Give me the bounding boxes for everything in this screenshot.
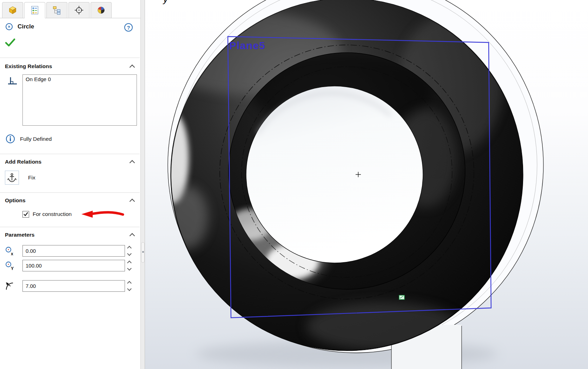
parameters-header[interactable]: Parameters (5, 232, 136, 238)
annotation-arrow-icon (80, 210, 125, 218)
center-y-input[interactable] (22, 260, 125, 271)
add-relations-header[interactable]: Add Relations (5, 159, 136, 165)
display-manager-icon (96, 5, 106, 15)
tab-featuremanager[interactable] (2, 2, 23, 18)
fix-relation-button[interactable] (5, 171, 19, 185)
radius-input[interactable] (22, 280, 125, 292)
spinner-down-icon[interactable] (127, 266, 132, 271)
solidworks-window: Circle ? Existing Relations On Edge 0 (0, 0, 588, 369)
section-divider (0, 154, 140, 154)
collapse-chevron-icon[interactable] (130, 160, 135, 166)
parameters-label: Parameters (5, 232, 34, 238)
checkmark-icon (23, 212, 28, 217)
bore-hole[interactable] (246, 86, 423, 263)
perpendicular-relation-icon (6, 75, 18, 88)
existing-relations-list[interactable]: On Edge 0 (22, 74, 137, 126)
for-construction-label: For construction (33, 211, 72, 217)
fix-button-label: Fix (28, 174, 35, 181)
panel-splitter[interactable] (140, 0, 145, 369)
relation-list-item[interactable]: On Edge 0 (23, 75, 137, 84)
splitter-dot-icon (142, 251, 144, 253)
existing-relations-label: Existing Relations (5, 63, 52, 70)
section-divider (0, 227, 140, 227)
center-x-input[interactable] (22, 245, 125, 257)
spinner-up-icon[interactable] (127, 246, 132, 250)
property-manager-panel: Circle ? Existing Relations On Edge 0 (0, 0, 140, 369)
check-icon (5, 38, 15, 47)
collapse-chevron-icon[interactable] (130, 199, 135, 204)
section-divider (0, 58, 140, 58)
manager-tab-bar (0, 0, 140, 18)
center-y-coordinate-icon: Y (4, 261, 15, 271)
options-label: Options (5, 197, 26, 204)
information-icon (6, 134, 15, 144)
property-manager-icon (30, 5, 40, 15)
add-relations-label: Add Relations (5, 159, 41, 165)
for-construction-checkbox[interactable] (22, 211, 29, 218)
dimxpert-manager-icon (74, 5, 84, 15)
ok-button[interactable] (5, 38, 15, 48)
spinner-up-icon[interactable] (127, 281, 132, 285)
radius-spinner[interactable] (127, 281, 132, 291)
circle-tool-icon (5, 22, 13, 31)
tab-displaymanager[interactable] (91, 2, 112, 18)
center-x-coordinate-icon: x (4, 246, 15, 256)
svg-text:Y: Y (11, 266, 14, 271)
plane-label[interactable]: Plane5 (229, 40, 265, 51)
radius-icon (4, 281, 15, 291)
collapse-chevron-icon[interactable] (130, 233, 135, 239)
tab-propertymanager[interactable] (24, 2, 45, 18)
center-y-spinner[interactable] (127, 261, 132, 271)
tab-dimxpertmanager[interactable] (68, 2, 90, 18)
svg-text:x: x (11, 251, 13, 256)
center-x-spinner[interactable] (127, 246, 132, 256)
collapse-chevron-icon[interactable] (130, 65, 135, 70)
configuration-manager-icon (52, 5, 62, 15)
status-text: Fully Defined (20, 136, 52, 142)
model-view[interactable]: Plane5 y (145, 0, 588, 369)
section-divider (0, 192, 140, 193)
spinner-down-icon[interactable] (127, 286, 132, 291)
help-icon[interactable]: ? (124, 23, 133, 32)
splitter-handle[interactable] (141, 242, 145, 263)
spinner-down-icon[interactable] (127, 251, 132, 256)
options-header[interactable]: Options (5, 197, 136, 204)
feature-manager-design-tree-icon (8, 5, 18, 15)
graphics-viewport[interactable]: Plane5 y (145, 0, 588, 369)
tab-configurationmanager[interactable] (46, 2, 67, 18)
sketch-plane-badge-icon (399, 295, 404, 299)
existing-relations-header[interactable]: Existing Relations (5, 63, 136, 70)
page-title: Circle (18, 23, 34, 30)
anchor-fix-icon (7, 172, 17, 183)
axis-label: y (163, 0, 169, 5)
spinner-up-icon[interactable] (127, 261, 132, 265)
